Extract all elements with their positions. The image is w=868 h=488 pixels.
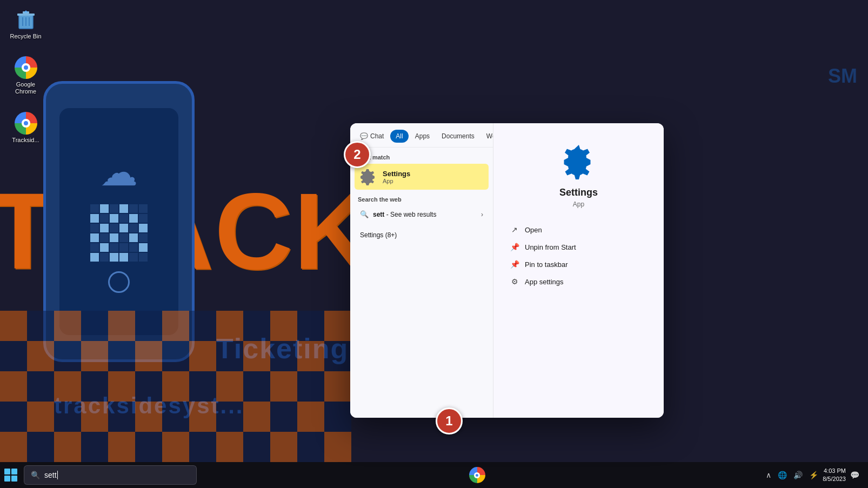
settings-large-icon (557, 139, 600, 183)
action-app-settings[interactable]: ⚙ App settings (504, 273, 653, 290)
cloud-icon: ☁ (100, 150, 138, 195)
settings-app-name: Settings (559, 187, 598, 198)
speaker-icon[interactable]: 🔊 (791, 469, 805, 482)
action-app-settings-label: App settings (525, 278, 564, 286)
step-circle-1: 1 (436, 407, 463, 434)
settings-app-type: App (573, 200, 584, 208)
tab-web[interactable]: Web (481, 130, 493, 143)
google-chrome-desktop-icon-2[interactable]: Tracksid... (5, 109, 46, 146)
chrome-label-2: Tracksid... (12, 137, 39, 144)
web-result-arrow: › (481, 211, 483, 218)
taskbar-pinned-apps (197, 467, 757, 483)
filter-tabs-bar: 💬 Chat All Apps Documents Web Settings (350, 123, 493, 148)
phone-button (108, 271, 130, 293)
sm-badge: SM (828, 65, 857, 88)
recycle-bin-icon[interactable]: Recycle Bin (5, 5, 46, 43)
action-pin-taskbar[interactable]: 📌 Pin to taskbar (504, 256, 653, 273)
taskbar: 🔍 sett ∧ 🌐 🔊 ⚡ 4:03 PM 8/5/2023 💬 (0, 462, 868, 488)
network-icon[interactable]: 🌐 (776, 469, 789, 482)
action-open[interactable]: ↗ Open (504, 221, 653, 238)
tab-apps[interactable]: Apps (410, 130, 435, 143)
search-results-right: Settings App ↗ Open 📌 Unpin from Start 📌… (493, 123, 664, 418)
recycle-bin-svg (15, 8, 37, 31)
best-match-name: Settings (383, 170, 410, 178)
recycle-bin-label: Recycle Bin (10, 33, 41, 40)
web-search-icon: 🔍 (360, 210, 369, 218)
taskbar-system-tray: ∧ 🌐 🔊 ⚡ 4:03 PM 8/5/2023 💬 (757, 467, 868, 484)
clock-date: 8/5/2023 (823, 475, 846, 483)
qr-code (90, 204, 148, 262)
clock-time: 4:03 PM (823, 467, 846, 475)
taskbar-search[interactable]: 🔍 sett (24, 465, 197, 485)
step-circle-2: 2 (344, 141, 371, 168)
action-open-label: Open (525, 226, 542, 234)
search-cursor (57, 471, 58, 479)
action-unpin-start[interactable]: 📌 Unpin from Start (504, 238, 653, 256)
desktop: TRACKSIDE SM Ticketing tracksidesyst... … (0, 0, 868, 488)
web-search-section: Search the web 🔍 sett - See web results … (350, 190, 493, 224)
windows-start-button[interactable] (0, 464, 22, 486)
battery-icon[interactable]: ⚡ (807, 469, 820, 482)
settings-gear-large (560, 142, 598, 180)
chrome-logo-1 (15, 56, 37, 79)
documents-tab-label: Documents (442, 132, 475, 140)
web-tab-label: Web (486, 132, 493, 140)
web-search-label: Search the web (355, 196, 489, 207)
search-icon: 🔍 (31, 471, 40, 479)
more-results-section: Settings (8+) (350, 224, 493, 242)
app-settings-icon: ⚙ (510, 277, 519, 286)
checker-pattern (0, 311, 351, 462)
settings-gear-small (360, 168, 377, 185)
best-match-label: Best match (350, 148, 493, 164)
tab-documents[interactable]: Documents (436, 130, 480, 143)
action-pin-label: Pin to taskbar (525, 260, 568, 269)
google-chrome-desktop-icon-1[interactable]: Google Chrome (5, 54, 46, 98)
chrome-inner (474, 472, 480, 478)
best-match-type: App (383, 178, 410, 184)
action-unpin-label: Unpin from Start (525, 243, 576, 251)
desktop-icons-area: Recycle Bin Google Chrome Tracksid... (0, 0, 51, 152)
notifications-icon[interactable]: 💬 (848, 469, 862, 482)
chat-icon: 💬 (360, 132, 368, 140)
taskbar-chrome-icon[interactable] (469, 467, 485, 483)
more-settings-label: Settings (8+) (360, 231, 483, 239)
open-icon: ↗ (510, 225, 519, 234)
more-settings-item[interactable]: Settings (8+) (355, 228, 489, 242)
taskbar-clock[interactable]: 4:03 PM 8/5/2023 (823, 467, 846, 484)
unpin-icon: 📌 (510, 243, 519, 251)
tab-all[interactable]: All (390, 130, 408, 143)
search-text: sett (44, 471, 57, 479)
web-result-item[interactable]: 🔍 sett - See web results › (355, 207, 489, 222)
apps-tab-label: Apps (415, 132, 430, 140)
tab-chat[interactable]: 💬 Chat (355, 130, 389, 143)
chrome-logo-2 (15, 112, 37, 135)
pin-taskbar-icon: 📌 (510, 260, 519, 269)
expand-tray-icon[interactable]: ∧ (764, 469, 773, 482)
best-match-settings[interactable]: Settings App (355, 164, 489, 190)
search-input[interactable]: sett (44, 471, 190, 479)
all-tab-label: All (396, 132, 403, 140)
web-result-text: sett - See web results (373, 211, 477, 218)
search-results-left: 💬 Chat All Apps Documents Web Settings (350, 123, 493, 418)
windows-logo (4, 469, 17, 482)
search-panel: 💬 Chat All Apps Documents Web Settings (350, 123, 664, 418)
chrome-label-1: Google Chrome (8, 81, 43, 95)
svg-rect-1 (17, 14, 35, 16)
